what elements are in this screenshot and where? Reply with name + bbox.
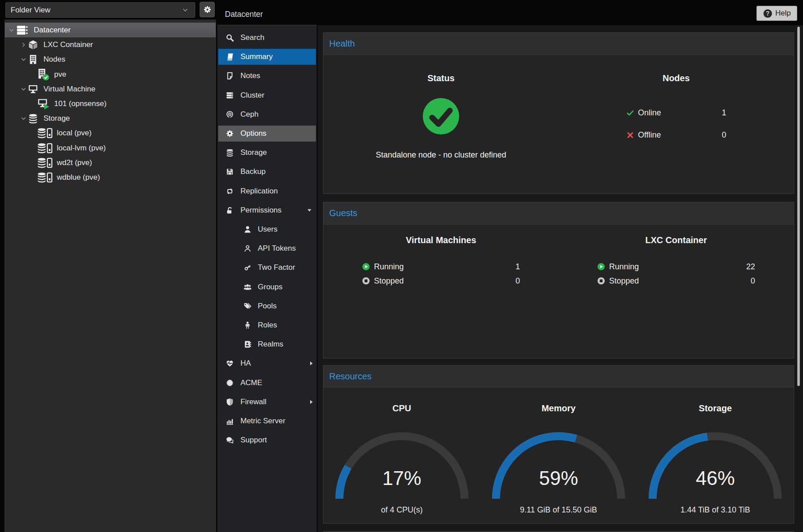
storage-disk-icon <box>37 127 53 138</box>
menu-item-label: Ceph <box>240 110 259 119</box>
tree-item-local-lvm-pve-[interactable]: local-lvm (pve) <box>4 141 216 155</box>
menu-item-label: Cluster <box>240 91 264 100</box>
chevron-right-icon <box>20 42 27 48</box>
selected-node-title: Datacenter <box>225 10 263 19</box>
caret-right-icon <box>308 360 315 367</box>
node-status-row: Offline0 <box>626 124 726 146</box>
tree-item-label: Datacenter <box>34 26 71 35</box>
menu-item-firewall[interactable]: Firewall <box>218 394 316 410</box>
menu-item-pools[interactable]: Pools <box>218 298 316 314</box>
summary-content: Health Status Standalone node - no clust… <box>318 25 803 532</box>
gauge-heading: Storage <box>637 403 794 414</box>
heartbeat-icon <box>226 359 234 367</box>
tree-item-datacenter[interactable]: Datacenter <box>5 23 216 37</box>
tree-item-label: 101 (opnsense) <box>54 99 106 108</box>
gear-icon <box>226 130 234 138</box>
vertical-scrollbar-thumb[interactable] <box>797 27 800 386</box>
tree-item-storage[interactable]: Storage <box>4 111 216 126</box>
expand-expand-icon[interactable] <box>20 42 27 48</box>
menu-item-label: Search <box>240 33 264 42</box>
tree-item-label: Nodes <box>43 55 65 64</box>
menu-item-label: Pools <box>258 302 277 311</box>
address-book-icon <box>244 340 252 348</box>
menu-item-label: Summary <box>240 52 273 61</box>
stop-circle-icon <box>597 277 605 285</box>
menu-item-permissions[interactable]: Permissions <box>218 202 316 218</box>
resources-panel: Resources CPU 17% of 4 CPU(s) Memory 59%… <box>323 365 794 524</box>
health-panel-header: Health <box>323 33 794 55</box>
cross-icon <box>626 131 634 139</box>
menu-item-cluster[interactable]: Cluster <box>218 87 316 103</box>
tree-settings-button[interactable] <box>200 2 215 17</box>
menu-item-support[interactable]: Support <box>218 432 316 448</box>
guests-column-heading: LXC Container <box>559 235 794 245</box>
menu-item-label: Replication <box>240 187 278 196</box>
floppy-icon <box>226 168 234 176</box>
caret-down-icon <box>306 207 313 214</box>
menu-item-storage[interactable]: Storage <box>218 145 316 161</box>
svg-text:?: ? <box>766 10 769 16</box>
expand-collapse-icon[interactable] <box>20 56 27 63</box>
menu-item-label: Storage <box>240 148 267 157</box>
menu-item-users[interactable]: Users <box>218 221 316 237</box>
question-circle-icon: ? <box>763 9 772 18</box>
guest-status-row: Stopped0 <box>362 274 520 288</box>
database-icon <box>28 113 38 123</box>
tree-item-101-opnsense-[interactable]: 101 (opnsense) <box>4 96 216 111</box>
menu-item-label: HA <box>240 359 251 368</box>
status-message: Standalone node - no cluster defined <box>323 150 559 160</box>
tree-item-virtual-machine[interactable]: Virtual Machine <box>4 82 216 96</box>
stop-circle-icon <box>362 277 370 285</box>
menu-item-label: Permissions <box>240 206 282 215</box>
resource-tree: DatacenterLXC ContainerNodespveVirtual M… <box>4 20 216 532</box>
check-circle-icon <box>423 98 459 134</box>
health-panel-title: Health <box>329 39 355 49</box>
menu-item-acme[interactable]: ACME <box>218 375 316 391</box>
menu-item-label: Support <box>240 436 267 445</box>
menu-item-summary[interactable]: Summary <box>218 49 316 65</box>
gauge-storage: Storage 46% 1.44 TiB of 3.10 TiB <box>637 387 794 523</box>
menu-item-groups[interactable]: Groups <box>218 279 316 295</box>
replicate-icon <box>226 187 234 195</box>
tree-item-nodes[interactable]: Nodes <box>4 52 216 67</box>
menu-item-label: Users <box>258 225 277 234</box>
tree-item-local-pve-[interactable]: local (pve) <box>4 126 216 140</box>
resources-panel-title: Resources <box>329 371 372 382</box>
chevron-down-icon <box>20 86 27 92</box>
menu-item-search[interactable]: Search <box>218 30 316 46</box>
book-icon <box>226 53 234 61</box>
menu-item-metric-server[interactable]: Metric Server <box>218 413 316 429</box>
seal-icon <box>226 379 234 387</box>
expand-collapse-icon[interactable] <box>20 115 27 122</box>
chevron-down-icon <box>20 115 27 122</box>
menu-item-notes[interactable]: Notes <box>218 68 316 84</box>
tree-item-label: LXC Container <box>43 40 93 49</box>
tree-item-label: pve <box>54 70 66 79</box>
menu-item-replication[interactable]: Replication <box>218 183 316 199</box>
tree-view-select[interactable]: Folder View <box>5 2 195 18</box>
tree-item-wdblue-pve-[interactable]: wdblue (pve) <box>4 170 216 185</box>
expand-collapse-icon[interactable] <box>8 27 15 33</box>
menu-item-ceph[interactable]: Ceph <box>218 106 316 122</box>
menu-item-label: Firewall <box>240 398 267 406</box>
gauge-memory: Memory 59% 9.11 GiB of 15.50 GiB <box>480 387 637 523</box>
gauge-cpu: CPU 17% of 4 CPU(s) <box>323 387 480 523</box>
menu-item-options[interactable]: Options <box>218 126 316 142</box>
tree-item-wd2t-pve-[interactable]: wd2t (pve) <box>4 155 216 170</box>
menu-item-label: Notes <box>240 71 260 80</box>
guests-column-heading: Virtual Machines <box>323 235 559 245</box>
menu-item-backup[interactable]: Backup <box>218 164 316 180</box>
tree-item-lxc-container[interactable]: LXC Container <box>4 37 216 52</box>
menu-item-api-tokens[interactable]: API Tokens <box>218 240 316 256</box>
menu-item-realms[interactable]: Realms <box>218 336 316 352</box>
users-icon <box>244 283 252 291</box>
tree-item-pve[interactable]: pve <box>4 67 216 82</box>
menu-item-roles[interactable]: Roles <box>218 317 316 333</box>
help-button[interactable]: ? Help <box>756 6 797 21</box>
menu-item-ha[interactable]: HA <box>218 355 316 371</box>
cluster-icon <box>226 91 234 99</box>
expand-collapse-icon[interactable] <box>20 86 27 92</box>
tree-item-label: Storage <box>43 114 70 123</box>
menu-item-two-factor[interactable]: Two Factor <box>218 260 316 276</box>
database-icon <box>226 149 234 157</box>
